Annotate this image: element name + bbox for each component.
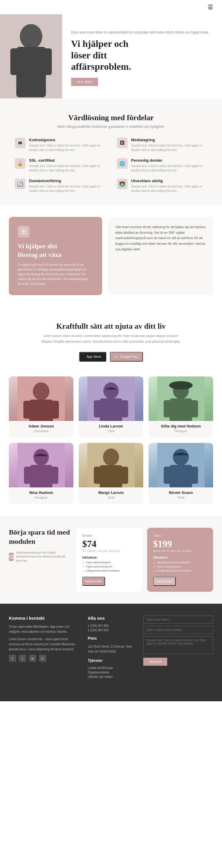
appstore-label: App Store <box>87 355 101 359</box>
svg-rect-31 <box>121 467 128 484</box>
pricing-price-1: $199 <box>153 538 207 549</box>
feature-title-1: Medialagring <box>131 137 207 142</box>
svg-point-7 <box>33 382 49 400</box>
feature-title-2: SSL -certifikat <box>29 158 105 162</box>
footer-phone2[interactable]: 1 (234) 987-654 <box>87 629 135 632</box>
team-name-4: Margo Larson <box>79 490 143 495</box>
feature-desc-2: Sample text. Click to select the text bo… <box>29 164 105 173</box>
pricing-feature-0-1: ✓Figma administrations <box>82 565 137 568</box>
pricing-btn-0[interactable]: Inköpsmodul <box>82 577 105 586</box>
footer-contact-col: Komma i kontakt Vi kan säkerställa tillf… <box>9 616 79 680</box>
feature-utvecklare: 👨‍💻 Utvecklare vänlig Sample text. Click… <box>117 179 207 193</box>
svg-rect-13 <box>100 398 122 421</box>
svg-point-18 <box>169 381 193 390</box>
feature-medialagring: 🖼 Medialagring Sample text. Click to sel… <box>117 137 207 152</box>
footer-contact-title: Komma i kontakt <box>9 616 79 621</box>
hero-section: Duis aute irure dolor in reprehenderit i… <box>0 14 222 98</box>
team-section: Adam Jonson Utvecklare Linda Larson Chef <box>0 373 222 516</box>
team-card-3: Nina Hudson Designer <box>9 443 73 504</box>
team-photo-adam <box>9 376 73 421</box>
svg-rect-36 <box>191 467 198 484</box>
team-card-1: Linda Larson Chef <box>79 376 143 438</box>
team-role-0: Utvecklare <box>9 429 73 433</box>
appstore-button[interactable]: App Store <box>79 352 107 362</box>
team-name-2: Gifta dig med Hudson <box>149 424 213 428</box>
svg-rect-21 <box>191 400 198 417</box>
footer-services-title: Tjänster <box>87 658 135 663</box>
footer-service-1[interactable]: Flygplansrörelse <box>87 671 135 674</box>
svg-rect-29 <box>100 465 122 487</box>
feature-desc-4: Sample text. Click to select the text bo… <box>29 184 105 193</box>
footer-send-button[interactable]: Skicka till <box>143 658 168 666</box>
team-photo-gifta <box>149 376 213 421</box>
pricing-note-icon <box>9 553 13 561</box>
feature-desc-0: Sample text. Click to select the text bo… <box>29 143 105 152</box>
social-instagram-icon[interactable]: in <box>29 655 36 662</box>
pricing-feature-1-0: ✓Obegränsat antal redaktörer <box>153 561 207 564</box>
team-card-5: Nicole Scavo Chef <box>149 443 213 504</box>
pricing-feature-1-2: ✓Livstids åtkomst till frontlisten <box>153 569 207 572</box>
feature-title-3: Personlig domän <box>131 158 207 162</box>
social-twitter-icon[interactable]: t <box>19 655 26 662</box>
pricing-includes-1: Inkluderar: <box>153 556 207 559</box>
googleplay-button[interactable]: ▷ Google Play <box>110 352 143 362</box>
pricing-price-0: $74 <box>82 538 137 549</box>
hero-title: Vi hjälper ochlöser dittaffärsproblem. <box>71 38 213 72</box>
team-photo-nina <box>9 443 73 487</box>
svg-rect-34 <box>170 465 192 487</box>
feature-desc-5: Sample text. Click to select the text bo… <box>131 184 207 193</box>
pricing-type-0: Ensam <box>82 534 137 537</box>
vardlosning-subtitle: Med många kraftfulla funktioner garanter… <box>15 125 207 129</box>
pricing-btn-1[interactable]: Inköpsmodul <box>153 577 176 586</box>
pricing-section: Börja spara tid med modulen Säkerhetsbet… <box>0 516 222 604</box>
svg-rect-25 <box>24 467 31 484</box>
svg-rect-24 <box>30 465 52 487</box>
social-facebook-icon[interactable]: f <box>9 655 16 662</box>
pricing-feature-1-1: ✓Figma designsystem <box>153 565 207 568</box>
svg-point-33 <box>173 449 189 465</box>
footer-contact-extra: Lorem ipsum consult erat – class aptent … <box>9 637 79 652</box>
pricing-cards: Ensam $74 För frilanser och solo -design… <box>76 528 213 592</box>
footer-address: 121 Rock Street, 21 Avenue, New York, NY… <box>87 644 135 654</box>
feature-kodredigerare: 💻 Kodredigerare Sample text. Click to se… <box>15 137 105 152</box>
vardlosning-section: Värdlösning med fördelar Med många kraft… <box>0 98 222 205</box>
footer: Komma i kontakt Vi kan säkerställa tillf… <box>0 604 222 701</box>
pricing-note-text: Säkerhetsbetalningar från Paddle. Standa… <box>16 551 70 563</box>
svg-rect-9 <box>24 401 31 418</box>
hjalper-icon <box>18 226 30 238</box>
hero-cta-button[interactable]: LÄS MER <box>71 78 98 86</box>
team-name-3: Nina Hudson <box>9 490 73 495</box>
pricing-note-row: Säkerhetsbetalningar från Paddle. Standa… <box>9 551 70 563</box>
footer-phone1[interactable]: 1 (234) 567-891 <box>87 624 135 627</box>
footer-about-title: Alla oss <box>87 616 135 621</box>
domanoverforing-icon: 🔄 <box>15 179 26 189</box>
hjalper-right-desc: Vårt team kommer till din räddning för a… <box>115 224 206 252</box>
pricing-desc-1: Bästa valet för lag i alla storlekar <box>153 549 207 552</box>
personlig-doman-icon: 🌐 <box>117 158 127 169</box>
team-card-0: Adam Jonson Utvecklare <box>9 376 73 438</box>
svg-rect-2 <box>16 47 46 97</box>
footer-contact-desc: Vi kan säkerställa tillförlitlighet, låg… <box>9 624 79 634</box>
team-grid: Adam Jonson Utvecklare Linda Larson Chef <box>9 376 213 504</box>
footer-message-input[interactable] <box>143 636 213 654</box>
feature-title-0: Kodredigerare <box>29 137 105 142</box>
menu-icon[interactable]: ☰ <box>208 4 213 11</box>
svg-rect-35 <box>164 467 171 484</box>
team-role-2: Designer <box>149 429 213 433</box>
footer-grid: Komma i kontakt Vi kan säkerställa tillf… <box>9 616 213 680</box>
pricing-feature-0-2: ✓Obegränsat antal Frontlisten <box>82 569 137 572</box>
footer-name-input[interactable] <box>143 616 213 624</box>
footer-email-input[interactable] <box>143 626 213 634</box>
medialagring-icon: 🖼 <box>117 137 127 148</box>
svg-rect-26 <box>51 467 58 484</box>
footer-service-0[interactable]: Lokala överföringar <box>87 666 135 670</box>
svg-point-1 <box>20 24 42 49</box>
feature-ssl: 🔒 SSL -certifikat Sample text. Click to … <box>15 158 105 173</box>
social-linkedin-icon[interactable]: li <box>39 655 46 662</box>
vardlosning-title: Värdlösning med fördelar <box>15 113 207 122</box>
hjalper-left-desc: En digital byrå med full service har per… <box>18 262 93 286</box>
pricing-card-team: Team $199 Bästa valet för lag i alla sto… <box>147 528 213 592</box>
pricing-left: Börja spara tid med modulen Säkerhetsbet… <box>9 528 70 592</box>
footer-service-2[interactable]: Utflykter på rundtur <box>87 675 135 678</box>
team-role-3: Designer <box>9 496 73 499</box>
